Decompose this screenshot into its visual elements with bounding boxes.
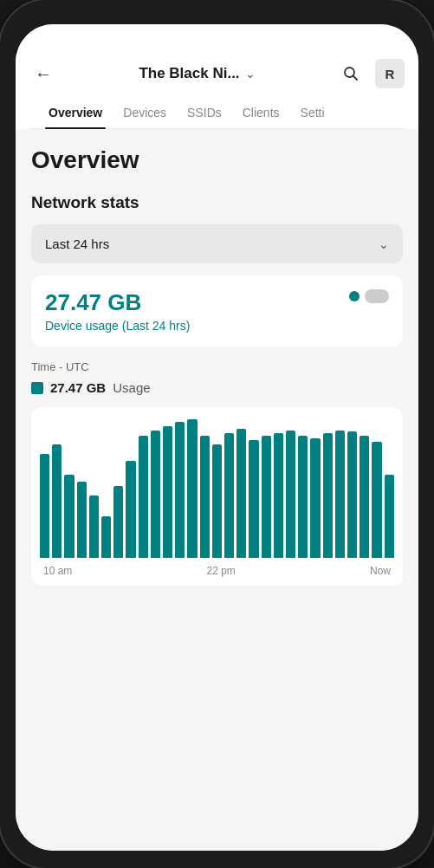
stats-card: 27.47 GB Device usage (Last 24 hrs) [31, 275, 403, 347]
time-range-dropdown[interactable]: Last 24 hrs ⌄ [31, 224, 403, 263]
bar [249, 440, 258, 558]
bar [323, 433, 333, 558]
bar [385, 475, 394, 558]
stats-info: 27.47 GB Device usage (Last 24 hrs) [45, 289, 190, 333]
legend-color-box [31, 382, 43, 394]
bar-chart [40, 419, 394, 558]
bar [286, 431, 295, 558]
bar [347, 431, 357, 558]
tab-devices[interactable]: Devices [113, 97, 177, 128]
chart-section: Time - UTC 27.47 GB Usage 10 am 22 pm No… [31, 360, 403, 586]
bar [212, 444, 222, 558]
bar [64, 475, 74, 558]
chart-meta: Time - UTC [31, 360, 403, 373]
bar [126, 461, 135, 558]
chart-legend: 27.47 GB Usage [31, 380, 403, 395]
bar [335, 431, 345, 558]
title-chevron-icon[interactable]: ⌄ [245, 67, 256, 81]
network-stats-title: Network stats [31, 193, 403, 212]
bar [360, 436, 369, 558]
chart-x-axis: 10 am 22 pm Now [40, 558, 394, 577]
dropdown-label: Last 24 hrs [45, 236, 109, 251]
bar [262, 436, 271, 558]
legend-value: 27.47 GB [50, 380, 106, 395]
tab-bar: Overview Devices SSIDs Clients Setti [29, 97, 405, 129]
legend-label: Usage [113, 380, 150, 395]
bar [310, 438, 320, 558]
search-icon [343, 66, 359, 81]
status-bar [16, 24, 418, 50]
bar [113, 486, 123, 558]
x-label-mid: 22 pm [206, 565, 235, 577]
dropdown-chevron-icon: ⌄ [379, 237, 389, 251]
tab-clients[interactable]: Clients [232, 97, 290, 128]
bar [298, 436, 308, 558]
phone-screen: ← The Black Ni... ⌄ R Ov [16, 24, 418, 851]
svg-line-1 [353, 76, 358, 81]
tab-settings[interactable]: Setti [290, 97, 335, 128]
bar [200, 436, 210, 558]
nav-title-area: The Black Ni... ⌄ [57, 65, 337, 82]
search-button[interactable] [337, 60, 365, 87]
bar [224, 433, 234, 558]
stats-label: Device usage (Last 24 hrs) [45, 319, 190, 333]
page-title: Overview [31, 146, 403, 174]
bar [40, 454, 49, 558]
bar [372, 442, 381, 558]
nav-title: The Black Ni... [139, 65, 239, 82]
toggle-track [365, 289, 389, 303]
bar [175, 422, 185, 558]
phone-frame: ← The Black Ni... ⌄ R Ov [0, 0, 434, 868]
toggle-area[interactable] [349, 289, 389, 303]
avatar-button[interactable]: R [375, 59, 405, 88]
bar [163, 426, 172, 558]
chart-container: 10 am 22 pm Now [31, 407, 403, 586]
bar [236, 429, 246, 558]
bar [101, 516, 111, 558]
bar [52, 444, 62, 558]
bar [151, 431, 160, 558]
tab-overview[interactable]: Overview [38, 97, 113, 128]
back-button[interactable]: ← [29, 60, 57, 87]
top-nav: ← The Black Ni... ⌄ R Ov [16, 50, 418, 129]
bar [187, 419, 197, 558]
x-label-start: 10 am [43, 565, 72, 577]
bar [139, 436, 148, 558]
x-label-end: Now [370, 565, 391, 577]
tab-ssids[interactable]: SSIDs [177, 97, 232, 128]
content-area: Overview Network stats Last 24 hrs ⌄ 27.… [16, 129, 418, 851]
bar [77, 482, 87, 558]
toggle-dot [349, 291, 360, 301]
bar [89, 496, 99, 558]
back-arrow-icon: ← [35, 64, 52, 84]
stats-value: 27.47 GB [45, 289, 190, 316]
top-nav-row: ← The Black Ni... ⌄ R [29, 59, 405, 97]
nav-icons: R [337, 59, 405, 88]
bar [274, 433, 283, 558]
